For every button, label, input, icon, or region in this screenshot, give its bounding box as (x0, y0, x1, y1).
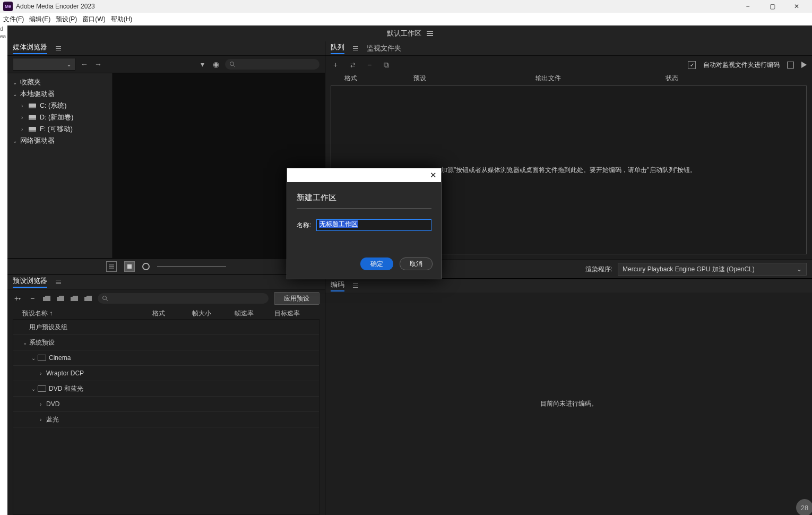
app-icon: Me (3, 2, 13, 11)
menu-window[interactable]: 窗口(W) (82, 15, 105, 24)
app-body: 默认工作区 媒体浏览器 ⌄ ← → ▾ ◉ (7, 25, 812, 26)
menubar: 文件(F) 编辑(E) 预设(P) 窗口(W) 帮助(H) (0, 13, 812, 26)
window-minimize-button[interactable]: − (736, 0, 760, 13)
menu-preset[interactable]: 预设(P) (56, 15, 77, 24)
workspace-bar: 默认工作区 (7, 25, 812, 26)
menu-file[interactable]: 文件(F) (3, 15, 24, 24)
menu-edit[interactable]: 编辑(E) (29, 15, 50, 24)
menu-help[interactable]: 帮助(H) (111, 15, 133, 24)
app-title: Adobe Media Encoder 2023 (16, 3, 95, 10)
left-edge: dea (0, 25, 7, 26)
window-close-button[interactable]: ✕ (784, 0, 809, 13)
window-maximize-button[interactable]: ▢ (760, 0, 784, 13)
titlebar: Me Adobe Media Encoder 2023 − ▢ ✕ (0, 0, 812, 13)
